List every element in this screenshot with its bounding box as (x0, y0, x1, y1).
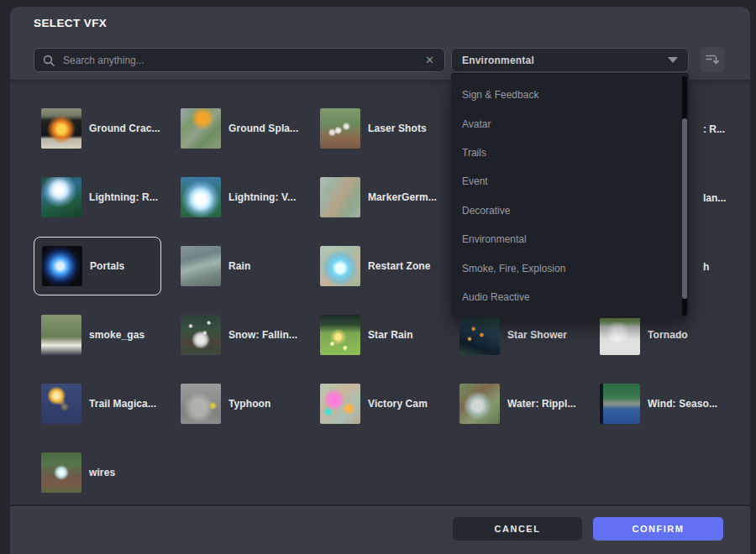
category-dropdown-panel: Sign & FeedbackAvatarTrailsEventDecorati… (451, 73, 689, 318)
vfx-item-label: Lightning: V... (228, 191, 296, 203)
ground-splash-thumb (181, 108, 221, 149)
vfx-item-label: Ground Crac... (89, 123, 160, 134)
dropdown-scrollbar-thumb[interactable] (682, 118, 687, 299)
vfx-item-label: MarkerGerm... (368, 191, 437, 203)
sort-descending-icon (706, 54, 719, 65)
vfx-item-rain[interactable]: Rain (173, 237, 301, 295)
lightning-realistic-thumb (41, 177, 81, 217)
laser-shots-thumb (320, 108, 360, 149)
cancel-button[interactable]: CANCEL (453, 517, 582, 541)
vfx-item-wires[interactable]: wires (34, 443, 161, 502)
vfx-item-label: Victory Cam (368, 398, 428, 410)
vfx-item-restart-zone[interactable]: Restart Zone (312, 237, 440, 295)
snow-falling-thumb (181, 315, 221, 355)
dropdown-option-smoke-fire-explosion[interactable]: Smoke, Fire, Explosion (451, 253, 689, 282)
category-select[interactable]: Environmental (451, 48, 689, 72)
vfx-item-label: Water: Rippl... (507, 398, 576, 410)
dropdown-option-avatar[interactable]: Avatar (451, 109, 689, 138)
sort-button[interactable] (700, 47, 725, 72)
vfx-item-label: Star Shower (507, 329, 567, 341)
chevron-down-icon (668, 57, 678, 63)
restart-zone-thumb (320, 246, 360, 286)
vfx-item-star-rain[interactable]: Star Rain (312, 306, 440, 364)
dropdown-scrollbar-track (682, 76, 687, 316)
rain-thumb (181, 246, 221, 286)
vfx-item-snow-fallin[interactable]: Snow: Fallin... (173, 306, 301, 364)
vfx-item-label: Lightning: R... (89, 191, 158, 203)
vfx-item-trail-magica[interactable]: Trail Magica... (34, 374, 161, 433)
vfx-item-ground-crac[interactable]: Ground Crac... (34, 99, 161, 158)
clear-search-icon[interactable]: ✕ (423, 55, 436, 65)
dropdown-option-sign-feedback[interactable]: Sign & Feedback (451, 81, 689, 109)
vfx-item-label: Tornado (648, 329, 688, 341)
vfx-item-label: Portals (90, 260, 124, 272)
category-select-value: Environmental (462, 55, 668, 66)
vfx-item-smoke-gas[interactable]: smoke_gas (34, 306, 161, 364)
vfx-item-label: smoke_gas (89, 329, 144, 341)
water-ripple-thumb (459, 384, 500, 424)
page-title: SELECT VFX (34, 17, 107, 29)
vfx-item-typhoon[interactable]: Typhoon (173, 374, 301, 433)
vfx-item-victory-cam[interactable]: Victory Cam (312, 374, 440, 433)
tornado-thumb (600, 315, 640, 355)
vfx-item-label: Rain (228, 260, 250, 272)
vfx-item-laser-shots[interactable]: Laser Shots (312, 99, 440, 158)
vfx-item-lightning-v[interactable]: Lightning: V... (173, 168, 301, 227)
vfx-item-label: Star Rain (368, 329, 413, 341)
screen: SELECT VFX ✕ Environmental Ground Crac..… (0, 0, 756, 554)
vfx-item-label: Typhoon (228, 398, 270, 410)
hidden-item-label-fragment: h (703, 261, 709, 273)
search-box[interactable]: ✕ (34, 48, 445, 72)
portals-thumb (42, 246, 82, 286)
vfx-item-label: Laser Shots (368, 123, 427, 134)
victory-cam-thumb (320, 384, 360, 424)
vfx-item-label: wires (89, 467, 115, 478)
dropdown-option-trails[interactable]: Trails (451, 138, 689, 167)
dropdown-option-audio-reactive[interactable]: Audio Reactive (451, 283, 689, 311)
vfx-item-lightning-r[interactable]: Lightning: R... (34, 168, 161, 227)
wind-seasonal-thumb (600, 384, 640, 424)
search-input[interactable] (61, 54, 423, 67)
vfx-item-label: Restart Zone (368, 260, 431, 272)
footer-divider (10, 504, 750, 506)
typhoon-thumb (181, 384, 221, 424)
lightning-v-thumb (181, 177, 221, 217)
vfx-item-label: Wind: Seaso... (648, 398, 717, 410)
ground-crack-thumb (41, 108, 81, 149)
search-icon (43, 55, 55, 66)
vfx-item-markergerm[interactable]: MarkerGerm... (312, 168, 440, 227)
star-rain-thumb (320, 315, 360, 355)
vfx-item-water-rippl[interactable]: Water: Rippl... (452, 374, 580, 433)
wires-thumb (41, 452, 81, 493)
confirm-button[interactable]: CONFIRM (593, 517, 723, 541)
trail-magical-thumb (41, 384, 81, 424)
vfx-item-portals[interactable]: Portals (34, 237, 161, 295)
star-shower-thumb (459, 315, 500, 355)
dropdown-option-decorative[interactable]: Decorative (451, 196, 689, 225)
marker-germ-thumb (320, 177, 360, 217)
smoke-gas-thumb (41, 315, 81, 355)
vfx-item-wind-seaso[interactable]: Wind: Seaso... (592, 374, 720, 433)
vfx-item-label: Ground Spla... (228, 123, 298, 134)
dropdown-option-event[interactable]: Event (451, 167, 689, 196)
hidden-item-label-fragment: lan... (703, 192, 726, 204)
vfx-item-label: Trail Magica... (89, 398, 156, 410)
dropdown-option-environmental[interactable]: Environmental (451, 225, 689, 253)
hidden-item-label-fragment: : R... (703, 123, 725, 135)
vfx-item-ground-spla[interactable]: Ground Spla... (173, 99, 301, 158)
vfx-item-label: Snow: Fallin... (228, 329, 297, 341)
